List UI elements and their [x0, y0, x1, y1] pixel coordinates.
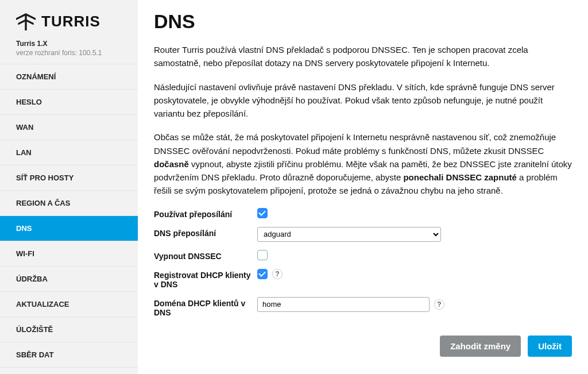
- dhcp-domain-input[interactable]: [257, 297, 430, 312]
- button-row: Zahodit změny Uložit: [154, 336, 572, 357]
- sidebar-item-wifi[interactable]: WI-FI: [0, 241, 138, 266]
- row-dhcp-domain: Doména DHCP klientů v DNS ?: [154, 297, 572, 317]
- discard-button[interactable]: Zahodit změny: [440, 336, 521, 357]
- sidebar-item-region[interactable]: REGION A ČAS: [0, 190, 138, 215]
- intro-paragraph-3: Občas se může stát, že má poskytovatel p…: [154, 130, 572, 197]
- use-forwarding-checkbox[interactable]: [257, 208, 268, 218]
- sidebar-item-sber[interactable]: SBĚR DAT: [0, 342, 138, 368]
- sidebar-nav: OZNÁMENÍHESLOWANLANSÍŤ PRO HOSTYREGION A…: [0, 64, 138, 368]
- row-dns-forwarding: DNS přeposílání adguard: [154, 227, 572, 242]
- help-icon[interactable]: ?: [434, 299, 444, 310]
- intro-paragraph-2: Následující nastavení ovlivňuje právě na…: [154, 80, 572, 121]
- svg-marker-0: [16, 13, 36, 30]
- turris-logo-icon: [16, 13, 36, 30]
- brand-block: TURRIS: [0, 0, 138, 40]
- help-icon[interactable]: ?: [272, 269, 283, 279]
- sidebar-item-uloziste[interactable]: ÚLOŽIŠTĚ: [0, 317, 138, 342]
- register-dhcp-checkbox[interactable]: [257, 269, 268, 279]
- intro-paragraph-1: Router Turris používá vlastní DNS překla…: [154, 43, 572, 70]
- register-dhcp-label: Registrovat DHCP klienty v DNS: [154, 269, 257, 289]
- row-use-forwarding: Používat přeposílání: [154, 208, 572, 219]
- dns-forwarding-select[interactable]: adguard: [257, 227, 441, 242]
- sidebar-item-heslo[interactable]: HESLO: [0, 89, 138, 114]
- sidebar-item-hosty[interactable]: SÍŤ PRO HOSTY: [0, 165, 138, 190]
- sidebar-item-aktualizace[interactable]: AKTUALIZACE: [0, 291, 138, 317]
- save-button[interactable]: Uložit: [528, 336, 572, 357]
- device-info: Turris 1.X verze rozhraní foris: 100.5.1: [0, 40, 138, 64]
- device-name: Turris 1.X: [16, 40, 127, 48]
- disable-dnssec-checkbox[interactable]: [257, 250, 268, 260]
- use-forwarding-label: Používat přeposílání: [154, 208, 257, 219]
- sidebar-item-udrzba[interactable]: ÚDRŽBA: [0, 266, 138, 291]
- dhcp-domain-label: Doména DHCP klientů v DNS: [154, 297, 257, 317]
- page-title: DNS: [154, 10, 572, 33]
- device-version: verze rozhraní foris: 100.5.1: [16, 49, 127, 57]
- sidebar: TURRIS Turris 1.X verze rozhraní foris: …: [0, 0, 138, 374]
- main-content: DNS Router Turris používá vlastní DNS př…: [138, 0, 588, 374]
- row-register-dhcp: Registrovat DHCP klienty v DNS ?: [154, 269, 572, 289]
- row-disable-dnssec: Vypnout DNSSEC: [154, 250, 572, 261]
- dns-forwarding-label: DNS přeposílání: [154, 227, 257, 238]
- intro-text: Router Turris používá vlastní DNS překla…: [154, 43, 572, 198]
- brand-name: TURRIS: [41, 13, 100, 30]
- sidebar-item-dns[interactable]: DNS: [0, 215, 138, 241]
- sidebar-item-lan[interactable]: LAN: [0, 140, 138, 165]
- disable-dnssec-label: Vypnout DNSSEC: [154, 250, 257, 261]
- sidebar-item-wan[interactable]: WAN: [0, 114, 138, 140]
- sidebar-item-oznameni[interactable]: OZNÁMENÍ: [0, 64, 138, 89]
